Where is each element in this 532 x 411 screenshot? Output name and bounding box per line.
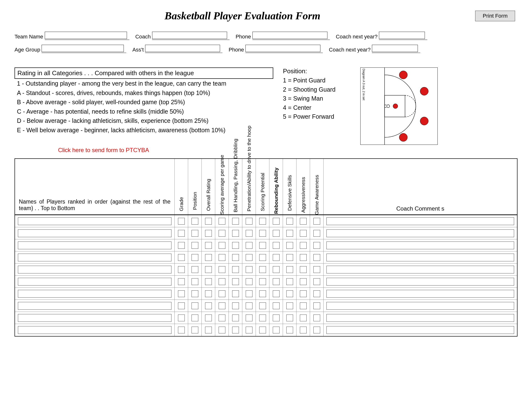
rating-box-input[interactable] — [205, 254, 212, 261]
rating-box-input[interactable] — [191, 230, 198, 237]
rating-box-input[interactable] — [314, 230, 320, 237]
player-name-input[interactable] — [18, 254, 171, 261]
rating-box-input[interactable] — [273, 242, 280, 249]
rating-box-input[interactable] — [232, 278, 239, 285]
rating-box-input[interactable] — [246, 254, 252, 261]
rating-box-input[interactable] — [232, 230, 239, 237]
player-name-input[interactable] — [18, 217, 171, 225]
rating-box-input[interactable] — [300, 242, 307, 249]
rating-box-input[interactable] — [314, 315, 320, 321]
rating-box-input[interactable] — [246, 218, 252, 224]
rating-box-input[interactable] — [300, 230, 307, 237]
rating-box-input[interactable] — [286, 315, 293, 321]
rating-box-input[interactable] — [273, 290, 280, 297]
rating-box-input[interactable] — [205, 218, 212, 224]
rating-box-input[interactable] — [191, 242, 198, 249]
rating-box-input[interactable] — [246, 278, 252, 285]
rating-box-input[interactable] — [178, 266, 185, 273]
rating-box-input[interactable] — [314, 327, 320, 333]
rating-box-input[interactable] — [286, 230, 293, 237]
rating-box-input[interactable] — [191, 278, 198, 285]
rating-box-input[interactable] — [286, 242, 293, 249]
rating-box-input[interactable] — [232, 302, 239, 309]
rating-box-input[interactable] — [178, 315, 185, 321]
rating-box-input[interactable] — [246, 327, 252, 333]
rating-box-input[interactable] — [286, 327, 293, 333]
rating-box-input[interactable] — [178, 254, 185, 261]
rating-box-input[interactable] — [314, 302, 320, 309]
rating-box-input[interactable] — [246, 290, 252, 297]
rating-box-input[interactable] — [232, 242, 239, 249]
rating-box-input[interactable] — [246, 242, 252, 249]
rating-box-input[interactable] — [246, 266, 252, 273]
rating-box-input[interactable] — [259, 254, 266, 261]
rating-box-input[interactable] — [314, 290, 320, 297]
player-name-input[interactable] — [18, 242, 171, 249]
rating-box-input[interactable] — [191, 218, 198, 224]
info-input[interactable] — [42, 45, 124, 52]
rating-box-input[interactable] — [205, 327, 212, 333]
rating-box-input[interactable] — [259, 242, 266, 249]
comments-input[interactable] — [326, 217, 514, 225]
rating-box-input[interactable] — [191, 327, 198, 333]
rating-box-input[interactable] — [232, 315, 239, 321]
player-name-input[interactable] — [18, 302, 171, 310]
player-name-input[interactable] — [18, 326, 171, 334]
rating-box-input[interactable] — [218, 302, 225, 309]
rating-box-input[interactable] — [205, 266, 212, 273]
rating-box-input[interactable] — [191, 302, 198, 309]
rating-box-input[interactable] — [191, 315, 198, 321]
player-name-input[interactable] — [18, 290, 171, 298]
rating-box-input[interactable] — [218, 218, 225, 224]
rating-box-input[interactable] — [259, 266, 266, 273]
rating-box-input[interactable] — [314, 242, 320, 249]
rating-box-input[interactable] — [300, 278, 307, 285]
rating-box-input[interactable] — [300, 290, 307, 297]
rating-box-input[interactable] — [205, 230, 212, 237]
comments-input[interactable] — [326, 314, 514, 322]
rating-box-input[interactable] — [273, 278, 280, 285]
rating-box-input[interactable] — [191, 254, 198, 261]
rating-box-input[interactable] — [246, 302, 252, 309]
rating-box-input[interactable] — [178, 242, 185, 249]
rating-box-input[interactable] — [178, 278, 185, 285]
rating-box-input[interactable] — [300, 327, 307, 333]
rating-box-input[interactable] — [205, 302, 212, 309]
rating-box-input[interactable] — [300, 266, 307, 273]
rating-box-input[interactable] — [178, 218, 185, 224]
rating-box-input[interactable] — [191, 266, 198, 273]
rating-box-input[interactable] — [273, 315, 280, 321]
rating-box-input[interactable] — [273, 302, 280, 309]
info-input[interactable] — [246, 45, 320, 52]
rating-box-input[interactable] — [205, 315, 212, 321]
rating-box-input[interactable] — [178, 327, 185, 333]
rating-box-input[interactable] — [246, 315, 252, 321]
rating-box-input[interactable] — [218, 315, 225, 321]
rating-box-input[interactable] — [259, 230, 266, 237]
rating-box-input[interactable] — [218, 290, 225, 297]
rating-box-input[interactable] — [205, 242, 212, 249]
rating-box-input[interactable] — [259, 327, 266, 333]
rating-box-input[interactable] — [232, 266, 239, 273]
rating-box-input[interactable] — [273, 254, 280, 261]
rating-box-input[interactable] — [218, 327, 225, 333]
player-name-input[interactable] — [18, 229, 171, 237]
comments-input[interactable] — [326, 229, 514, 237]
rating-box-input[interactable] — [314, 218, 320, 224]
rating-box-input[interactable] — [259, 218, 266, 224]
player-name-input[interactable] — [18, 266, 171, 273]
rating-box-input[interactable] — [286, 254, 293, 261]
rating-box-input[interactable] — [259, 315, 266, 321]
rating-box-input[interactable] — [273, 327, 280, 333]
rating-box-input[interactable] — [314, 278, 320, 285]
comments-input[interactable] — [326, 242, 514, 249]
player-name-input[interactable] — [18, 278, 171, 286]
comments-input[interactable] — [326, 266, 514, 273]
rating-box-input[interactable] — [300, 315, 307, 321]
rating-box-input[interactable] — [314, 266, 320, 273]
info-input[interactable] — [152, 32, 227, 39]
rating-box-input[interactable] — [205, 278, 212, 285]
send-form-link[interactable]: Click here to send form to PTCYBA — [58, 147, 522, 154]
info-input[interactable] — [372, 45, 418, 52]
rating-box-input[interactable] — [218, 230, 225, 237]
